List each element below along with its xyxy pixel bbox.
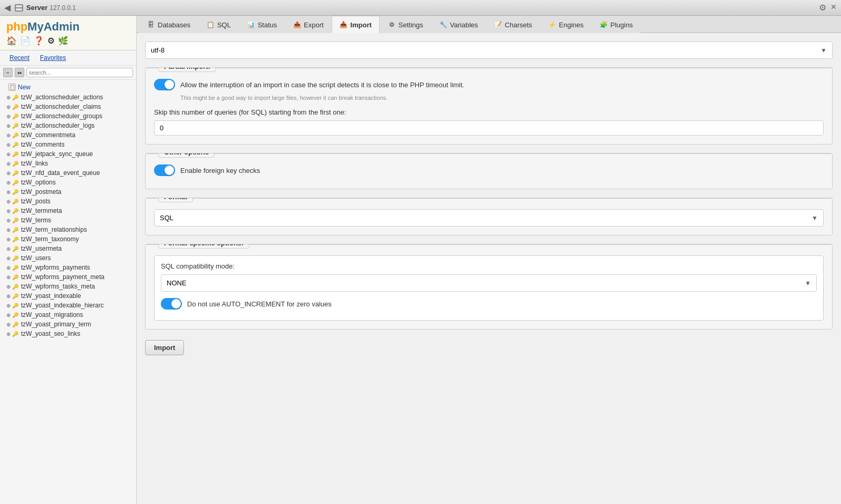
list-item[interactable]: ⊕ 🔑 tzW_users [0, 253, 136, 263]
new-item[interactable]: 📋 New [0, 82, 136, 92]
list-item[interactable]: ⊕ 🔑 tzW_wpforms_payments [0, 263, 136, 272]
expand-icon[interactable]: ⊕ [6, 218, 11, 223]
expand-icon[interactable]: ⊕ [6, 312, 11, 318]
collapse-btn[interactable]: − [3, 68, 13, 77]
list-item[interactable]: ⊕ 🔑 tzW_yoast_primary_term [0, 320, 136, 329]
list-item[interactable]: ⊕ 🔑 tzW_yoast_indexable [0, 291, 136, 301]
skip-queries-wrapper: Skip this number of queries (for SQL) st… [154, 108, 824, 136]
expand-icon[interactable]: ⊕ [6, 151, 11, 157]
interrupt-toggle[interactable] [154, 79, 175, 90]
list-item[interactable]: ⊕ 🔑 tzW_posts [0, 197, 136, 206]
close-icon[interactable]: ✕ [830, 3, 837, 13]
compat-select[interactable]: NONE [161, 275, 816, 291]
charset-select[interactable]: utf-8 [146, 42, 832, 58]
home-icon[interactable]: 🏠 [6, 36, 17, 46]
table-icon: 🔑 [12, 235, 19, 243]
expand-icon[interactable]: ⊕ [6, 142, 11, 148]
expand-icon[interactable]: ⊕ [6, 180, 11, 186]
tab-variables[interactable]: 🔧 Variables [431, 16, 486, 33]
expand-icon[interactable]: ⊕ [6, 246, 11, 252]
format-section: Format SQL ▼ [145, 198, 833, 235]
list-item[interactable]: ⊕ 🔑 tzW_yoast_indexable_hierarc [0, 301, 136, 310]
tab-charsets[interactable]: 📝 Charsets [486, 16, 540, 33]
favorites-tab[interactable]: Favorites [35, 53, 71, 63]
table-name: tzW_actionscheduler_actions [21, 94, 103, 101]
list-item[interactable]: ⊕ 🔑 tzW_links [0, 159, 136, 168]
compat-label: SQL compatibility mode: [161, 262, 817, 270]
list-item[interactable]: ⊕ 🔑 tzW_usermeta [0, 244, 136, 253]
tab-export[interactable]: 📤 Export [285, 16, 332, 33]
list-item[interactable]: ⊕ 🔑 tzW_termmeta [0, 206, 136, 215]
tab-sql[interactable]: 📋 SQL [198, 16, 239, 33]
expand-icon[interactable]: ⊕ [6, 161, 11, 167]
expand-icon[interactable]: ⊕ [6, 265, 11, 271]
table-icon: 🔑 [12, 302, 19, 309]
sidebar-search-input[interactable] [26, 68, 133, 77]
import-button[interactable]: Import [145, 340, 184, 355]
recent-tab[interactable]: Recent [4, 53, 35, 63]
tab-settings[interactable]: ⚙ Settings [380, 16, 431, 33]
tab-databases[interactable]: 🗄 Databases [139, 16, 198, 33]
expand-icon[interactable]: ⊕ [6, 114, 11, 119]
info-icon[interactable]: ❓ [34, 36, 44, 46]
expand-icon[interactable]: ⊕ [6, 123, 11, 129]
expand-icon[interactable]: ⊕ [6, 104, 11, 110]
expand-icon[interactable]: ⊕ [6, 303, 11, 308]
list-item[interactable]: ⊕ 🔑 tzW_actionscheduler_groups [0, 111, 136, 121]
skip-label: Skip this number of queries (for SQL) st… [154, 108, 824, 116]
tab-plugins[interactable]: 🧩 Plugins [591, 16, 641, 33]
list-item[interactable]: ⊕ 🔑 tzW_term_relationships [0, 225, 136, 234]
format-select[interactable]: SQL [155, 210, 823, 226]
sidebar-controls: − ⇔ [0, 66, 136, 80]
expand-icon[interactable]: ⊕ [6, 293, 11, 299]
expand-icon[interactable]: ⊕ [6, 284, 11, 290]
window-title: Server [26, 4, 47, 12]
expand-icon[interactable]: ⊕ [6, 132, 11, 138]
tab-label: Variables [450, 21, 478, 29]
list-item[interactable]: ⊕ 🔑 tzW_comments [0, 140, 136, 149]
other-options-content: Enable foreign key checks [146, 154, 832, 189]
tab-status[interactable]: 📊 Status [239, 16, 285, 33]
table-icon: 🔑 [12, 330, 19, 337]
expand-icon[interactable]: ⊕ [6, 227, 11, 233]
tab-engines[interactable]: ⚡ Engines [540, 16, 591, 33]
expand-icon[interactable]: ⊕ [6, 255, 11, 261]
foreign-key-toggle[interactable] [154, 164, 175, 176]
expand-icon[interactable]: ⊕ [6, 170, 11, 176]
list-item[interactable]: ⊕ 🔑 tzW_yoast_seo_links [0, 329, 136, 338]
list-item[interactable]: ⊕ 🔑 tzW_postmeta [0, 187, 136, 197]
skip-queries-input[interactable] [154, 120, 824, 136]
list-item[interactable]: ⊕ 🔑 tzW_terms [0, 215, 136, 225]
tab-import[interactable]: 📥 Import [332, 16, 380, 33]
expand-btn[interactable]: ⇔ [15, 68, 24, 77]
table-name: tzW_actionscheduler_logs [21, 122, 95, 129]
expand-icon[interactable]: ⊕ [6, 95, 11, 100]
back-button[interactable]: ◀ [4, 3, 11, 13]
auto-increment-toggle[interactable] [161, 298, 182, 310]
list-item[interactable]: ⊕ 🔑 tzW_wpforms_payment_meta [0, 272, 136, 282]
expand-icon[interactable]: ⊕ [6, 322, 11, 327]
expand-icon[interactable]: ⊕ [6, 331, 11, 337]
expand-icon[interactable]: ⊕ [6, 189, 11, 195]
interrupt-toggle-sublabel: This might be a good way to import large… [180, 95, 824, 101]
list-item[interactable]: ⊕ 🔑 tzW_yoast_migrations [0, 310, 136, 320]
expand-icon[interactable]: ⊕ [6, 274, 11, 280]
plugin-small-icon[interactable]: 🌿 [58, 36, 68, 46]
expand-icon[interactable]: ⊕ [6, 199, 11, 204]
list-item[interactable]: ⊕ 🔑 tzW_term_taxonomy [0, 234, 136, 244]
settings-small-icon[interactable]: ⚙ [47, 36, 55, 46]
list-item[interactable]: ⊕ 🔑 tzW_nfd_data_event_queue [0, 168, 136, 178]
expand-icon[interactable]: ⊕ [6, 208, 11, 214]
list-item[interactable]: ⊕ 🔑 tzW_actionscheduler_claims [0, 102, 136, 111]
list-item[interactable]: ⊕ 🔑 tzW_wpforms_tasks_meta [0, 282, 136, 291]
table-name: tzW_yoast_indexable [21, 292, 81, 300]
list-item[interactable]: ⊕ 🔑 tzW_jetpack_sync_queue [0, 149, 136, 159]
list-item[interactable]: ⊕ 🔑 tzW_commentmeta [0, 130, 136, 140]
list-item[interactable]: ⊕ 🔑 tzW_options [0, 178, 136, 187]
list-item[interactable]: ⊕ 🔑 tzW_actionscheduler_logs [0, 121, 136, 130]
doc-icon[interactable]: 📄 [20, 36, 30, 46]
expand-icon[interactable]: ⊕ [6, 236, 11, 242]
gear-icon[interactable]: ⚙ [819, 3, 826, 13]
list-item[interactable]: ⊕ 🔑 tzW_actionscheduler_actions [0, 92, 136, 102]
settings-icon: ⚙ [387, 20, 396, 29]
